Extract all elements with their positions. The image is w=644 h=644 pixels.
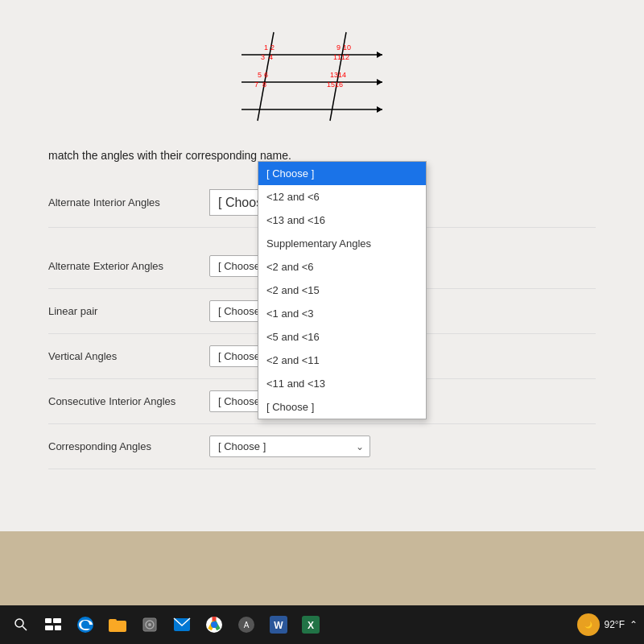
svg-rect-26 — [45, 618, 52, 623]
dropdown-option-choose[interactable]: [ Choose ] — [258, 162, 426, 185]
temperature-display: 92°F — [605, 619, 625, 630]
dropdown-option-lt2-lt11[interactable]: <2 and <11 — [258, 349, 426, 372]
start-search-icon[interactable] — [6, 610, 35, 639]
dropdown-option-lt1-lt3[interactable]: <1 and <3 — [258, 302, 426, 325]
svg-rect-29 — [55, 625, 61, 630]
label-consecutive-interior: Consecutive Interior Angles — [48, 395, 209, 407]
svg-text:6: 6 — [264, 71, 268, 79]
svg-text:11: 11 — [333, 53, 341, 61]
svg-text:W: W — [274, 620, 283, 631]
taskbar: A W X 🌙 92°F ⌃ — [0, 605, 644, 644]
dropdown-option-choose-bottom[interactable]: [ Choose ] — [258, 395, 426, 419]
mail-icon[interactable] — [167, 610, 196, 639]
svg-text:1: 1 — [264, 43, 268, 52]
svg-text:3: 3 — [261, 53, 265, 61]
label-corresponding-angles: Corresponding Angles — [48, 440, 209, 452]
svg-line-25 — [23, 626, 27, 630]
svg-text:16: 16 — [335, 80, 343, 89]
angles-container: Alternate Interior Angles [ Choose ] ⌄ [… — [48, 178, 596, 469]
svg-point-24 — [15, 619, 23, 627]
angle-row-corresponding: Corresponding Angles [ Choose ] ⌄ — [48, 424, 596, 469]
svg-marker-7 — [377, 106, 382, 113]
select-corresponding-angles[interactable]: [ Choose ] — [209, 436, 370, 457]
file-explorer-icon[interactable] — [103, 610, 132, 639]
dropdown-open-overlay[interactable]: [ Choose ] <12 and <6 <13 and <16 Supple… — [258, 161, 427, 419]
dropdown-option-supplementary[interactable]: Supplementary Angles — [258, 232, 426, 255]
diagram-area: 1 2 3 4 9 10 11 12 5 6 7 8 13 14 15 16 — [48, 16, 596, 145]
chrome-icon[interactable] — [200, 610, 229, 639]
taskbar-right: 🌙 92°F ⌃ — [577, 613, 638, 636]
svg-text:5: 5 — [258, 71, 262, 79]
task-view-icon[interactable] — [39, 610, 68, 639]
instruction-text: match the angles with their correspondin… — [48, 149, 596, 162]
excel-icon[interactable]: X — [296, 610, 325, 639]
svg-marker-5 — [377, 79, 382, 85]
edge-browser-icon[interactable] — [71, 610, 100, 639]
label-linear-pair: Linear pair — [48, 305, 209, 317]
svg-text:X: X — [308, 620, 314, 631]
dropdown-option-lt13-lt16[interactable]: <13 and <16 — [258, 208, 426, 232]
word-icon[interactable]: W — [264, 610, 293, 639]
dropdown-option-lt11-lt13[interactable]: <11 and <13 — [258, 372, 426, 395]
svg-text:14: 14 — [338, 71, 346, 79]
angle-diagram: 1 2 3 4 9 10 11 12 5 6 7 8 13 14 15 16 — [233, 24, 411, 129]
dropdown-option-lt5-lt16[interactable]: <5 and <16 — [258, 325, 426, 349]
svg-text:15: 15 — [327, 80, 335, 89]
svg-text:13: 13 — [330, 71, 338, 79]
svg-text:10: 10 — [343, 43, 351, 52]
label-alternate-interior: Alternate Interior Angles — [48, 196, 209, 208]
chevron-up-icon[interactable]: ⌃ — [630, 619, 638, 630]
svg-text:9: 9 — [336, 43, 341, 52]
svg-text:2: 2 — [270, 43, 275, 52]
svg-text:7: 7 — [254, 80, 258, 89]
svg-point-39 — [211, 621, 217, 628]
dropdown-option-lt12-lt6[interactable]: <12 and <6 — [258, 185, 426, 208]
label-vertical-angles: Vertical Angles — [48, 350, 209, 362]
label-alternate-exterior: Alternate Exterior Angles — [48, 260, 209, 272]
svg-text:A: A — [244, 621, 250, 630]
svg-rect-28 — [45, 625, 53, 630]
svg-point-35 — [148, 623, 151, 626]
app-icon[interactable]: A — [232, 610, 261, 639]
temperature-icon: 🌙 — [577, 613, 600, 636]
dropdown-corresponding-angles[interactable]: [ Choose ] ⌄ — [209, 436, 370, 457]
svg-rect-27 — [53, 618, 61, 623]
dropdown-option-lt2-lt6[interactable]: <2 and <6 — [258, 255, 426, 279]
dropdown-option-lt2-lt15[interactable]: <2 and <15 — [258, 279, 426, 302]
svg-text:12: 12 — [341, 53, 349, 61]
temperature-text: 🌙 — [584, 621, 592, 629]
svg-text:4: 4 — [269, 53, 273, 61]
vault-icon[interactable] — [135, 610, 164, 639]
main-content: 1 2 3 4 9 10 11 12 5 6 7 8 13 14 15 16 — [0, 0, 644, 531]
svg-text:8: 8 — [262, 80, 266, 89]
svg-marker-3 — [377, 52, 382, 58]
svg-rect-32 — [109, 619, 117, 624]
